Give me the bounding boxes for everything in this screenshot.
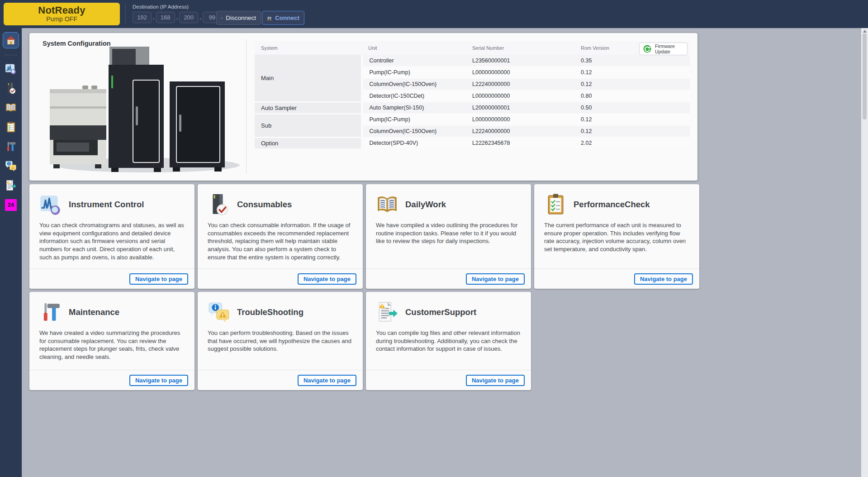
- sidebar-item-customer-support[interactable]: [5, 180, 17, 191]
- sidebar-item-dailywork[interactable]: [5, 102, 17, 114]
- navigate-to-page-button[interactable]: Navigate to page: [298, 375, 356, 386]
- card-footer: Navigate to page: [29, 370, 194, 390]
- ip-separator: .: [176, 14, 178, 21]
- rom-cell: 2.02: [574, 137, 690, 149]
- card-description: We have compiled a video outlining the p…: [376, 221, 522, 245]
- ip-separator: .: [153, 14, 155, 21]
- table-row: Option Detector(SPD-40V) L22262345678 2.…: [255, 137, 690, 149]
- card-title: CustomerSupport: [405, 307, 476, 317]
- card-description: You can check chromatograms and statuses…: [39, 221, 185, 261]
- firmware-update-label: Firmware Update: [655, 43, 683, 54]
- rom-cell: 0.12: [574, 78, 690, 90]
- rom-cell: 0.50: [574, 102, 690, 114]
- unit-cell: Detector(IC-150CDet): [362, 90, 466, 102]
- system-group-main: Main: [255, 55, 362, 102]
- status-subtitle: Pump OFF: [4, 15, 120, 23]
- connect-plug-icon: [267, 14, 272, 23]
- card-header: PerformanceCheck: [544, 193, 699, 216]
- notification-badge[interactable]: 24: [5, 199, 17, 211]
- firmware-update-icon: [643, 44, 652, 53]
- navigate-to-page-button[interactable]: Navigate to page: [466, 375, 525, 386]
- column-header-serial-number: Serial Number: [466, 41, 574, 55]
- card-maintenance: Maintenance We have created a video summ…: [29, 292, 194, 390]
- unit-cell: Pump(IC-Pump): [362, 67, 466, 78]
- ip-address-group: . . .: [133, 12, 222, 23]
- card-footer: Navigate to page: [198, 370, 363, 390]
- sidebar-item-performance-check[interactable]: [5, 121, 17, 133]
- status-title: NotReady: [4, 5, 120, 16]
- card-title: TroubleShooting: [237, 307, 304, 317]
- serial-cell: L00000000000: [466, 90, 574, 102]
- card-title: Instrument Control: [69, 200, 144, 210]
- sidebar-item-consumables[interactable]: [5, 82, 17, 94]
- main-content: System Configuration: [22, 28, 861, 477]
- column-header-system: System: [255, 41, 362, 55]
- ip-octet-2-input[interactable]: [156, 12, 175, 23]
- unit-cell: ColumnOven(IC-150Oven): [362, 125, 466, 137]
- panel-divider: [246, 39, 247, 173]
- card-title: Maintenance: [69, 307, 119, 317]
- vertical-scrollbar[interactable]: [861, 28, 868, 477]
- table-row: Sub Pump(IC-Pump) L00000000000 0.12: [255, 114, 690, 125]
- card-description: The current performance of each unit is …: [544, 221, 690, 253]
- rom-cell: 0.12: [574, 114, 690, 125]
- serial-cell: L00000000000: [466, 114, 574, 125]
- firmware-update-button[interactable]: Firmware Update: [639, 43, 688, 55]
- card-description: You can check consumable information. If…: [208, 221, 354, 261]
- card-header: Instrument Control: [39, 193, 194, 216]
- system-group-sub: Sub: [255, 114, 362, 137]
- ip-octet-3-input[interactable]: [179, 12, 198, 23]
- scrollbar-thumb[interactable]: [863, 33, 867, 119]
- card-header: CustomerSupport: [376, 301, 531, 324]
- home-icon: [5, 35, 16, 46]
- system-configuration-panel: System Configuration: [29, 33, 697, 181]
- navigate-to-page-button[interactable]: Navigate to page: [466, 273, 525, 285]
- navigate-to-page-button[interactable]: Navigate to page: [298, 273, 356, 285]
- navigate-to-page-button[interactable]: Navigate to page: [634, 273, 693, 285]
- card-footer: Navigate to page: [198, 268, 363, 289]
- sidebar-divider: [4, 55, 18, 55]
- connect-button[interactable]: Connect: [262, 11, 304, 25]
- rom-cell: 0.12: [574, 67, 690, 78]
- left-sidebar: 24: [0, 28, 22, 477]
- system-group-auto-sampler: Auto Sampler: [255, 102, 362, 114]
- maintenance-icon: [39, 301, 62, 324]
- card-instrument-control: Instrument Control You can check chromat…: [29, 184, 194, 289]
- disconnect-button[interactable]: Disconnect: [216, 11, 261, 25]
- sidebar-item-home[interactable]: [3, 32, 19, 48]
- unit-cell: Detector(SPD-40V): [362, 137, 466, 149]
- sidebar-item-instrument-control[interactable]: [5, 63, 17, 75]
- table-row: Main Controller L23560000001 0.35: [255, 55, 690, 67]
- card-header: Consumables: [208, 193, 363, 216]
- ip-separator: .: [199, 14, 201, 21]
- troubleshooting-icon: [208, 301, 230, 324]
- card-title: PerformanceCheck: [574, 200, 650, 210]
- navigate-to-page-button[interactable]: Navigate to page: [129, 273, 188, 285]
- consumables-icon: [208, 193, 230, 216]
- dailywork-icon: [376, 193, 398, 216]
- top-bar: NotReady Pump OFF Destination (IP Addres…: [0, 0, 868, 28]
- system-configuration-table: System Unit Serial Number Rom Version Ma…: [255, 41, 690, 150]
- unit-cell: ColumnOven(IC-150Oven): [362, 78, 466, 90]
- card-footer: Navigate to page: [366, 370, 531, 390]
- ip-octet-1-input[interactable]: [133, 12, 152, 23]
- destination-label: Destination (IP Address): [133, 4, 189, 10]
- performance-check-icon: [544, 193, 567, 216]
- serial-cell: L23560000001: [466, 55, 574, 67]
- disconnect-button-label: Disconnect: [226, 14, 256, 21]
- table-header-row: System Unit Serial Number Rom Version: [255, 41, 690, 55]
- card-description: We have created a video summarizing the …: [39, 329, 185, 361]
- sidebar-item-maintenance[interactable]: [5, 141, 17, 153]
- connect-button-label: Connect: [275, 14, 299, 21]
- disconnect-plug-icon: [221, 14, 223, 23]
- card-troubleshooting: TroubleShooting You can perform troubles…: [198, 292, 363, 390]
- card-dailywork: DailyWork We have compiled a video outli…: [366, 184, 531, 289]
- serial-cell: L22262345678: [466, 137, 574, 149]
- unit-cell: Pump(IC-Pump): [362, 114, 466, 125]
- scrollbar-up-icon[interactable]: [863, 30, 867, 33]
- rom-cell: 0.12: [574, 125, 690, 137]
- sidebar-item-troubleshooting[interactable]: [5, 160, 17, 172]
- serial-cell: L00000000000: [466, 67, 574, 78]
- navigate-to-page-button[interactable]: Navigate to page: [129, 375, 188, 386]
- card-footer: Navigate to page: [29, 268, 194, 289]
